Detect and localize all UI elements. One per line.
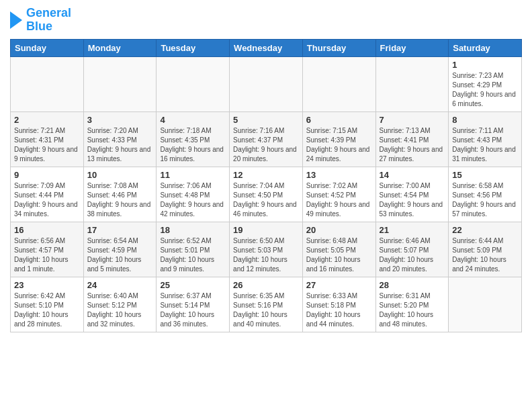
calendar-body: 1Sunrise: 7:23 AM Sunset: 4:29 PM Daylig… — [11, 56, 522, 332]
calendar-cell: 23Sunrise: 6:42 AM Sunset: 5:10 PM Dayli… — [11, 277, 84, 332]
calendar-cell: 18Sunrise: 6:52 AM Sunset: 5:01 PM Dayli… — [157, 222, 230, 277]
day-number: 15 — [452, 170, 518, 180]
day-info: Sunrise: 7:18 AM Sunset: 4:35 PM Dayligh… — [160, 126, 226, 164]
logo-icon — [10, 10, 24, 30]
day-info: Sunrise: 6:31 AM Sunset: 5:20 PM Dayligh… — [380, 291, 445, 329]
calendar-cell: 13Sunrise: 7:02 AM Sunset: 4:52 PM Dayli… — [302, 167, 375, 222]
day-number: 5 — [233, 115, 299, 125]
calendar-cell: 16Sunrise: 6:56 AM Sunset: 4:57 PM Dayli… — [11, 222, 84, 277]
calendar-cell: 17Sunrise: 6:54 AM Sunset: 4:59 PM Dayli… — [83, 222, 157, 277]
calendar-cell: 26Sunrise: 6:35 AM Sunset: 5:16 PM Dayli… — [230, 277, 303, 332]
calendar-cell: 9Sunrise: 7:09 AM Sunset: 4:44 PM Daylig… — [11, 167, 84, 222]
calendar-cell — [449, 277, 522, 332]
calendar-cell — [157, 56, 230, 111]
day-number: 2 — [14, 115, 80, 125]
calendar-cell: 8Sunrise: 7:11 AM Sunset: 4:43 PM Daylig… — [449, 111, 522, 167]
weekday-header: Saturday — [449, 39, 522, 56]
calendar-week: 9Sunrise: 7:09 AM Sunset: 4:44 PM Daylig… — [11, 167, 522, 222]
weekday-row: SundayMondayTuesdayWednesdayThursdayFrid… — [11, 39, 522, 56]
day-number: 21 — [380, 225, 445, 235]
calendar-cell: 22Sunrise: 6:44 AM Sunset: 5:09 PM Dayli… — [449, 222, 522, 277]
day-info: Sunrise: 6:48 AM Sunset: 5:05 PM Dayligh… — [306, 236, 372, 274]
day-info: Sunrise: 7:21 AM Sunset: 4:31 PM Dayligh… — [14, 126, 80, 164]
day-info: Sunrise: 7:13 AM Sunset: 4:41 PM Dayligh… — [380, 126, 445, 164]
calendar-cell: 25Sunrise: 6:37 AM Sunset: 5:14 PM Dayli… — [157, 277, 230, 332]
calendar-cell: 15Sunrise: 6:58 AM Sunset: 4:56 PM Dayli… — [449, 167, 522, 222]
day-number: 18 — [160, 225, 226, 235]
weekday-header: Wednesday — [230, 39, 303, 56]
day-info: Sunrise: 7:08 AM Sunset: 4:46 PM Dayligh… — [87, 181, 153, 219]
weekday-header: Monday — [83, 39, 157, 56]
day-number: 12 — [233, 170, 299, 180]
logo-line1: General — [26, 7, 71, 20]
day-number: 24 — [87, 280, 153, 290]
day-number: 26 — [233, 280, 299, 290]
day-info: Sunrise: 7:11 AM Sunset: 4:43 PM Dayligh… — [452, 126, 518, 164]
calendar-cell: 27Sunrise: 6:33 AM Sunset: 5:18 PM Dayli… — [302, 277, 375, 332]
calendar-cell — [302, 56, 375, 111]
calendar-week: 23Sunrise: 6:42 AM Sunset: 5:10 PM Dayli… — [11, 277, 522, 332]
day-number: 1 — [452, 60, 518, 70]
weekday-header: Tuesday — [157, 39, 230, 56]
day-info: Sunrise: 6:40 AM Sunset: 5:12 PM Dayligh… — [87, 291, 153, 329]
weekday-header: Friday — [375, 39, 449, 56]
calendar-week: 1Sunrise: 7:23 AM Sunset: 4:29 PM Daylig… — [11, 56, 522, 111]
calendar-cell — [375, 56, 449, 111]
day-number: 4 — [160, 115, 226, 125]
calendar-header: SundayMondayTuesdayWednesdayThursdayFrid… — [11, 39, 522, 56]
day-info: Sunrise: 7:09 AM Sunset: 4:44 PM Dayligh… — [14, 181, 80, 219]
calendar-cell: 7Sunrise: 7:13 AM Sunset: 4:41 PM Daylig… — [375, 111, 449, 167]
calendar-cell — [230, 56, 303, 111]
day-number: 22 — [452, 225, 518, 235]
calendar-cell: 19Sunrise: 6:50 AM Sunset: 5:03 PM Dayli… — [230, 222, 303, 277]
calendar: SundayMondayTuesdayWednesdayThursdayFrid… — [10, 39, 522, 332]
day-info: Sunrise: 6:33 AM Sunset: 5:18 PM Dayligh… — [306, 291, 372, 329]
day-info: Sunrise: 7:16 AM Sunset: 4:37 PM Dayligh… — [233, 126, 299, 164]
day-info: Sunrise: 7:06 AM Sunset: 4:48 PM Dayligh… — [160, 181, 226, 219]
day-info: Sunrise: 7:04 AM Sunset: 4:50 PM Dayligh… — [233, 181, 299, 219]
day-info: Sunrise: 6:37 AM Sunset: 5:14 PM Dayligh… — [160, 291, 226, 329]
calendar-cell: 5Sunrise: 7:16 AM Sunset: 4:37 PM Daylig… — [230, 111, 303, 167]
day-number: 10 — [87, 170, 153, 180]
day-info: Sunrise: 6:44 AM Sunset: 5:09 PM Dayligh… — [452, 236, 518, 274]
day-number: 16 — [14, 225, 80, 235]
calendar-cell: 3Sunrise: 7:20 AM Sunset: 4:33 PM Daylig… — [83, 111, 157, 167]
page: General Blue SundayMondayTuesdayWednesda… — [0, 0, 532, 339]
svg-marker-0 — [10, 11, 22, 29]
calendar-week: 16Sunrise: 6:56 AM Sunset: 4:57 PM Dayli… — [11, 222, 522, 277]
calendar-cell: 28Sunrise: 6:31 AM Sunset: 5:20 PM Dayli… — [375, 277, 449, 332]
calendar-cell: 1Sunrise: 7:23 AM Sunset: 4:29 PM Daylig… — [449, 56, 522, 111]
day-info: Sunrise: 7:20 AM Sunset: 4:33 PM Dayligh… — [87, 126, 153, 164]
day-info: Sunrise: 6:54 AM Sunset: 4:59 PM Dayligh… — [87, 236, 153, 274]
calendar-cell: 12Sunrise: 7:04 AM Sunset: 4:50 PM Dayli… — [230, 167, 303, 222]
day-number: 23 — [14, 280, 80, 290]
day-number: 25 — [160, 280, 226, 290]
weekday-header: Thursday — [302, 39, 375, 56]
day-number: 6 — [306, 115, 372, 125]
day-number: 27 — [306, 280, 372, 290]
calendar-cell — [83, 56, 157, 111]
calendar-cell — [11, 56, 84, 111]
day-number: 17 — [87, 225, 153, 235]
day-info: Sunrise: 6:50 AM Sunset: 5:03 PM Dayligh… — [233, 236, 299, 274]
calendar-cell: 4Sunrise: 7:18 AM Sunset: 4:35 PM Daylig… — [157, 111, 230, 167]
day-info: Sunrise: 6:56 AM Sunset: 4:57 PM Dayligh… — [14, 236, 80, 274]
day-info: Sunrise: 6:42 AM Sunset: 5:10 PM Dayligh… — [14, 291, 80, 329]
day-info: Sunrise: 6:58 AM Sunset: 4:56 PM Dayligh… — [452, 181, 518, 219]
calendar-cell: 2Sunrise: 7:21 AM Sunset: 4:31 PM Daylig… — [11, 111, 84, 167]
day-number: 7 — [380, 115, 445, 125]
day-number: 28 — [380, 280, 445, 290]
day-number: 8 — [452, 115, 518, 125]
day-number: 3 — [87, 115, 153, 125]
day-number: 11 — [160, 170, 226, 180]
weekday-header: Sunday — [11, 39, 84, 56]
logo: General Blue — [10, 7, 71, 34]
day-number: 14 — [380, 170, 445, 180]
day-info: Sunrise: 6:46 AM Sunset: 5:07 PM Dayligh… — [380, 236, 445, 274]
logo-line2: Blue — [26, 20, 71, 34]
day-info: Sunrise: 7:23 AM Sunset: 4:29 PM Dayligh… — [452, 71, 518, 109]
day-info: Sunrise: 6:35 AM Sunset: 5:16 PM Dayligh… — [233, 291, 299, 329]
calendar-cell: 20Sunrise: 6:48 AM Sunset: 5:05 PM Dayli… — [302, 222, 375, 277]
day-number: 9 — [14, 170, 80, 180]
day-number: 19 — [233, 225, 299, 235]
